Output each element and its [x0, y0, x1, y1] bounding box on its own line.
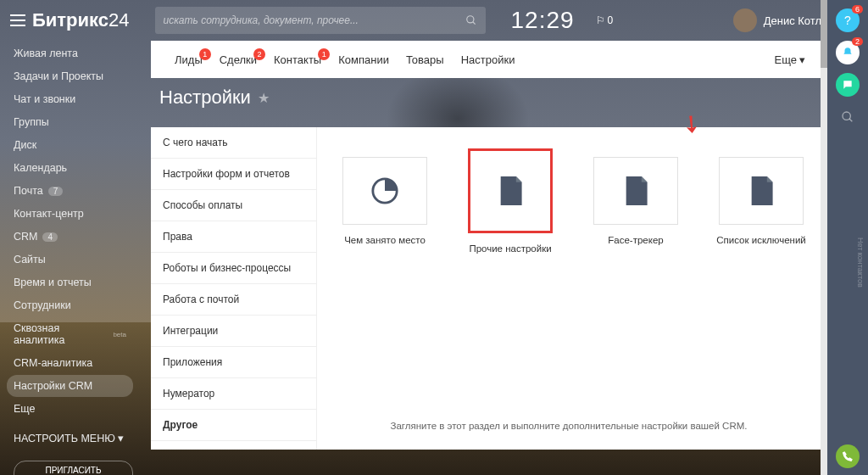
doc-icon: [468, 148, 553, 233]
sidebar-item[interactable]: Сквозная аналитикаbeta: [7, 317, 133, 351]
sidebar-item-label: Календарь: [14, 162, 67, 174]
crm-tab[interactable]: Лиды1: [166, 53, 211, 66]
sidebar-item[interactable]: Диск: [7, 134, 133, 156]
tab-label: Лиды: [175, 53, 203, 66]
tab-label: Настройки: [461, 53, 515, 66]
sidebar-item[interactable]: Сотрудники: [7, 294, 133, 316]
search-icon: [465, 14, 477, 26]
sidebar-item[interactable]: Сайты: [7, 249, 133, 271]
badge: 7: [48, 187, 64, 196]
scrollbar-thumb[interactable]: [821, 0, 827, 68]
svg-line-4: [849, 119, 852, 121]
sidebar-item-label: Группы: [14, 116, 49, 128]
sidebar-item[interactable]: Настройки CRM: [7, 375, 133, 397]
page-title: Настройки★: [159, 87, 270, 109]
sidebar-item-label: Диск: [14, 139, 36, 151]
sidebar-item[interactable]: Почта7: [7, 180, 133, 202]
sidebar-item[interactable]: Еще: [7, 398, 133, 420]
sidebar-item[interactable]: Контакт-центр: [7, 203, 133, 225]
tab-counter: 2: [253, 48, 265, 60]
tab-label: Сделки: [220, 53, 257, 66]
sidebar-item-label: CRM: [14, 231, 37, 243]
settings-card[interactable]: Чем занято место: [334, 157, 436, 254]
settings-category[interactable]: Настройки форм и отчетов: [151, 159, 316, 190]
contacts-hint: Нет контактов: [856, 238, 865, 288]
sidebar-item[interactable]: Чат и звонки: [7, 88, 133, 110]
search-input[interactable]: [164, 14, 465, 26]
tab-label: Товары: [406, 53, 444, 66]
settings-category[interactable]: С чего начать: [151, 127, 316, 159]
sidebar-item[interactable]: CRM4: [7, 226, 133, 248]
crm-tab[interactable]: Сделки2: [211, 53, 265, 66]
sidebar-item-label: Сквозная аналитика: [14, 322, 109, 346]
settings-category[interactable]: Способы оплаты: [151, 190, 316, 221]
sidebar-item[interactable]: Живая лента: [7, 42, 133, 64]
sidebar-item-label: Контакт-центр: [14, 208, 84, 220]
svg-point-3: [843, 112, 850, 120]
badge: 4: [42, 232, 58, 242]
tabs-more[interactable]: Еще ▾: [775, 53, 805, 66]
help-badge: 6: [852, 5, 863, 14]
sidebar-item-label: Настройки CRM: [14, 380, 92, 392]
card-label: Face-трекер: [585, 235, 687, 245]
beta-tag: beta: [113, 331, 126, 338]
svg-point-0: [466, 16, 473, 23]
pie-icon: [342, 157, 427, 225]
configure-menu[interactable]: НАСТРОИТЬ МЕНЮ ▾: [7, 427, 133, 450]
menu-burger[interactable]: [10, 14, 25, 26]
logo[interactable]: Битрикс24: [32, 9, 130, 31]
annotation-arrow: ➘: [675, 107, 708, 141]
card-label: Список исключений: [710, 235, 812, 245]
sidebar-item-label: Сотрудники: [14, 299, 71, 311]
sidebar-item-label: Чат и звонки: [14, 93, 75, 105]
sidebar-item-label: Еще: [14, 403, 35, 415]
sidebar-item[interactable]: CRM-аналитика: [7, 352, 133, 374]
search-box[interactable]: [155, 7, 486, 34]
tab-label: Контакты: [274, 53, 321, 66]
crm-tab[interactable]: Компании: [330, 53, 398, 66]
section-description: Загляните в этот раздел и выполните допо…: [317, 421, 821, 431]
settings-category[interactable]: Права: [151, 221, 316, 253]
call-button[interactable]: [836, 444, 860, 468]
sidebar-item[interactable]: Время и отчеты: [7, 271, 133, 293]
card-label: Чем занято место: [334, 235, 436, 245]
star-icon[interactable]: ★: [258, 90, 270, 106]
crm-tab[interactable]: Товары: [398, 53, 453, 66]
settings-category[interactable]: Нумератор: [151, 378, 316, 410]
sidebar-item-label: Задачи и Проекты: [14, 70, 103, 82]
sidebar-item-label: Живая лента: [14, 48, 78, 59]
sidebar-item[interactable]: Задачи и Проекты: [7, 65, 133, 87]
settings-category[interactable]: Другое: [151, 410, 316, 441]
tasks-indicator[interactable]: ⚐ 0: [596, 14, 614, 26]
settings-category[interactable]: Роботы и бизнес-процессы: [151, 253, 316, 284]
crm-tab[interactable]: Контакты1: [265, 53, 330, 66]
avatar: [733, 8, 757, 32]
help-button[interactable]: ?6: [836, 8, 860, 32]
settings-category[interactable]: Работа с почтой: [151, 284, 316, 316]
invite-button[interactable]: ПРИГЛАСИТЬ СОТРУДНИКОВ +: [14, 461, 133, 475]
settings-category[interactable]: Интеграции: [151, 316, 316, 347]
svg-line-1: [472, 22, 475, 25]
notifications-button[interactable]: 2: [836, 41, 860, 64]
sidebar-item-label: Сайты: [14, 254, 46, 265]
doc-icon: [719, 157, 804, 225]
settings-card[interactable]: Прочие настройки: [459, 157, 561, 254]
chat-button[interactable]: [836, 73, 860, 97]
sidebar-item-label: Почта: [14, 185, 43, 197]
settings-category[interactable]: Приложения: [151, 347, 316, 378]
chevron-down-icon: ▾: [799, 53, 805, 66]
clock: 12:29: [511, 7, 575, 34]
tab-counter: 1: [318, 48, 330, 60]
tab-label: Компании: [338, 53, 389, 66]
settings-card[interactable]: Face-трекер: [585, 157, 687, 254]
sidebar-item[interactable]: Группы: [7, 111, 133, 133]
notif-badge: 2: [852, 37, 863, 46]
scrollbar[interactable]: [821, 0, 827, 475]
settings-card[interactable]: Список исключений: [710, 157, 812, 254]
sidebar-item-label: Время и отчеты: [14, 277, 92, 288]
card-label: Прочие настройки: [459, 243, 561, 254]
tab-counter: 1: [199, 48, 211, 60]
sidebar-item[interactable]: Календарь: [7, 157, 133, 179]
crm-tab[interactable]: Настройки: [453, 53, 524, 66]
rail-search-icon[interactable]: [841, 110, 854, 124]
